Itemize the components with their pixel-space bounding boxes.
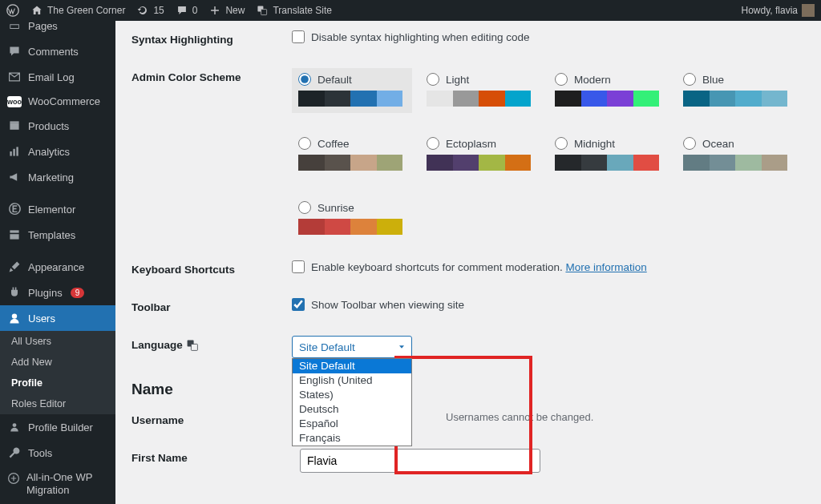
toolbar-checkbox[interactable] xyxy=(292,298,305,311)
firstname-label: First Name xyxy=(131,439,292,482)
language-option[interactable]: Deutsch xyxy=(293,402,411,417)
profile-builder-icon xyxy=(7,420,22,434)
updates-count: 15 xyxy=(153,5,164,16)
plugin-icon xyxy=(7,285,22,300)
analytics-icon xyxy=(7,144,22,159)
woocommerce-icon: woo xyxy=(7,96,22,107)
sidebar-item-pages[interactable]: ▭Pages xyxy=(0,21,115,38)
scheme-midnight[interactable]: Midnight xyxy=(548,132,669,177)
howdy-text: Howdy, flavia xyxy=(742,5,798,16)
tools-icon xyxy=(7,446,22,460)
translate-icon xyxy=(186,339,199,352)
username-label: Username xyxy=(131,401,292,439)
scheme-light-radio[interactable] xyxy=(427,73,439,86)
content-area: Syntax Highlighting Disable syntax highl… xyxy=(115,21,821,504)
scheme-modern[interactable]: Modern xyxy=(548,68,669,113)
scheme-blue[interactable]: Blue xyxy=(677,68,797,113)
submenu-add-new[interactable]: Add New xyxy=(0,352,115,373)
scheme-modern-radio[interactable] xyxy=(555,73,568,86)
sidebar-item-users[interactable]: Users xyxy=(0,305,115,331)
sidebar-item-appearance[interactable]: Appearance xyxy=(0,254,115,280)
scheme-ocean[interactable]: Ocean xyxy=(677,132,797,177)
sidebar-item-aio-migration[interactable]: All-in-One WP Migration xyxy=(0,466,115,502)
updates-link[interactable]: 15 xyxy=(136,4,164,17)
scheme-ectoplasm-radio[interactable] xyxy=(427,137,439,150)
svg-rect-3 xyxy=(10,123,18,130)
svg-point-10 xyxy=(12,313,17,318)
sidebar-item-email-log[interactable]: Email Log xyxy=(0,64,115,90)
svg-rect-2 xyxy=(261,10,267,15)
scheme-label: Admin Color Scheme xyxy=(131,58,284,251)
sidebar-item-products[interactable]: Products xyxy=(0,113,115,139)
language-label: Language xyxy=(131,326,284,368)
sidebar-item-templates[interactable]: Templates xyxy=(0,222,115,248)
svg-rect-6 xyxy=(13,149,14,156)
kb-checkbox[interactable] xyxy=(292,260,305,273)
chevron-down-icon xyxy=(397,342,406,352)
templates-icon xyxy=(7,228,22,242)
site-name-text: The Green Corner xyxy=(47,5,125,16)
comments-link[interactable]: 0 xyxy=(176,4,198,17)
submenu-profile[interactable]: Profile xyxy=(0,373,115,393)
new-link[interactable]: New xyxy=(208,4,245,17)
username-note: Usernames cannot be changed. xyxy=(446,411,593,423)
syntax-label: Syntax Highlighting xyxy=(131,21,284,58)
sidebar-item-woocommerce[interactable]: wooWooCommerce xyxy=(0,90,115,113)
svg-rect-9 xyxy=(10,234,18,239)
sidebar-item-marketing[interactable]: Marketing xyxy=(0,164,115,190)
toolbar-checkbox-label[interactable]: Show Toolbar when viewing site xyxy=(292,298,797,311)
scheme-default-radio[interactable] xyxy=(298,73,311,86)
scheme-coffee[interactable]: Coffee xyxy=(292,132,412,177)
sidebar-item-profile-builder[interactable]: Profile Builder xyxy=(0,414,115,440)
site-name-link[interactable]: The Green Corner xyxy=(30,4,125,17)
home-icon xyxy=(30,4,43,17)
sidebar-item-tools[interactable]: Tools xyxy=(0,440,115,466)
color-schemes: Default Light Modern Blue xyxy=(292,68,797,241)
syntax-checkbox[interactable] xyxy=(292,30,305,43)
scheme-sunrise-radio[interactable] xyxy=(298,201,311,214)
translate-link[interactable]: Translate Site xyxy=(256,4,332,17)
admin-sidebar: ▭Pages Comments Email Log wooWooCommerce… xyxy=(0,21,115,504)
language-option[interactable]: Français xyxy=(293,431,411,446)
kb-checkbox-label[interactable]: Enable keyboard shortcuts for comment mo… xyxy=(292,260,797,273)
language-options: Site Default English (United States) Deu… xyxy=(292,358,412,446)
translate-text: Translate Site xyxy=(273,5,332,16)
language-option[interactable]: Español xyxy=(293,417,411,431)
syntax-checkbox-label[interactable]: Disable syntax highlighting when editing… xyxy=(292,30,797,43)
avatar xyxy=(802,4,815,17)
language-select[interactable]: Site Default xyxy=(292,336,412,358)
howdy-link[interactable]: Howdy, flavia xyxy=(742,4,815,17)
plugins-badge: 9 xyxy=(71,288,85,298)
page-icon: ▭ xyxy=(7,21,22,33)
submenu-all-users[interactable]: All Users xyxy=(0,331,115,352)
sidebar-item-plugins[interactable]: Plugins9 xyxy=(0,280,115,305)
language-option[interactable]: Site Default xyxy=(293,359,411,373)
megaphone-icon xyxy=(7,170,22,184)
admin-bar: The Green Corner 15 0 New Translate Site… xyxy=(0,0,821,21)
kb-more-link[interactable]: More information xyxy=(565,261,646,273)
wp-logo[interactable] xyxy=(6,4,19,17)
scheme-midnight-radio[interactable] xyxy=(555,137,568,150)
scheme-blue-radio[interactable] xyxy=(683,73,696,86)
comment-icon xyxy=(7,44,22,58)
scheme-default[interactable]: Default xyxy=(292,68,412,113)
products-icon xyxy=(7,119,22,133)
svg-rect-4 xyxy=(10,121,18,123)
scheme-coffee-radio[interactable] xyxy=(298,137,311,150)
sidebar-item-elementor[interactable]: ⒺElementor xyxy=(0,196,115,222)
sidebar-item-comments[interactable]: Comments xyxy=(0,38,115,64)
scheme-light[interactable]: Light xyxy=(420,68,540,113)
svg-rect-5 xyxy=(10,151,11,156)
comment-icon xyxy=(176,4,188,17)
email-icon xyxy=(7,70,22,84)
brush-icon xyxy=(7,260,22,274)
sidebar-item-analytics[interactable]: Analytics xyxy=(0,139,115,164)
language-option[interactable]: English (United States) xyxy=(293,373,411,402)
submenu-roles-editor[interactable]: Roles Editor xyxy=(0,393,115,414)
scheme-ectoplasm[interactable]: Ectoplasm xyxy=(420,132,540,177)
svg-rect-8 xyxy=(10,230,18,232)
scheme-ocean-radio[interactable] xyxy=(683,137,696,150)
scheme-sunrise[interactable]: Sunrise xyxy=(292,196,412,241)
new-text: New xyxy=(225,5,245,16)
firstname-input[interactable] xyxy=(300,449,540,473)
